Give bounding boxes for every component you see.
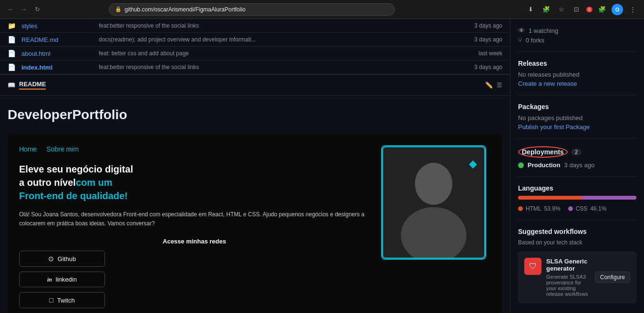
css-percent: 46.1%: [590, 205, 606, 212]
html-bar: [518, 196, 582, 200]
html-percent: 53.9%: [544, 205, 561, 212]
workflow-card: 🛡 SLSA Generic generator Generate SLSA3 …: [518, 252, 636, 303]
back-button[interactable]: ←: [6, 5, 15, 14]
puzzle-icon[interactable]: 🧩: [596, 4, 608, 15]
forward-button[interactable]: →: [19, 5, 29, 14]
nav-home[interactable]: Home: [19, 145, 37, 153]
css-label: CSS: [576, 205, 588, 212]
forks-count: 0 forks: [526, 37, 544, 44]
portfolio-buttons: ⊙ Github in linkedin □ Twitch: [19, 251, 105, 308]
portfolio-right: ◆: [381, 145, 491, 308]
commit-message: feat:better responsive of the social lin…: [99, 22, 468, 29]
file-icon: 📄: [8, 50, 16, 57]
list-icon[interactable]: ☰: [497, 81, 502, 89]
watching-stat: 👁 1 watching: [518, 27, 636, 34]
readme-header: 📖 README ✏️ ☰: [0, 74, 510, 96]
commit-time: 3 days ago: [474, 64, 502, 71]
extensions-icon[interactable]: 🧩: [540, 4, 552, 15]
commit-message: feat:better responsive of the social lin…: [99, 64, 468, 71]
star-icon[interactable]: ☆: [556, 4, 567, 15]
linkedin-icon: in: [47, 277, 52, 283]
publish-package-link[interactable]: Publish your first Package: [518, 123, 590, 131]
releases-section: Releases No releases published Create a …: [518, 51, 636, 87]
linkedin-button[interactable]: in linkedin: [19, 272, 105, 287]
download-icon[interactable]: ⬇: [525, 4, 537, 15]
main-layout: 📁 styles feat:better responsive of the s…: [0, 19, 644, 313]
workflow-name: SLSA Generic generator: [546, 258, 590, 272]
table-row[interactable]: 📄 about.html feat: better css and add ab…: [0, 47, 510, 61]
slsa-icon: 🛡: [524, 258, 541, 275]
menu-icon[interactable]: ⋮: [627, 4, 638, 15]
workflow-description: Generate SLSA3 provenance for your exist…: [546, 274, 590, 297]
portfolio-cta: Acesse minhas redes: [19, 238, 370, 245]
table-row[interactable]: 📁 styles feat:better responsive of the s…: [0, 19, 510, 33]
readme-actions: ✏️ ☰: [485, 81, 502, 89]
refresh-button[interactable]: ↻: [32, 5, 42, 14]
deployment-time: 3 days ago: [564, 162, 595, 169]
twitch-button[interactable]: □ Twitch: [19, 292, 105, 308]
svg-point-1: [415, 163, 453, 205]
fork-icon: ⑂: [518, 36, 522, 44]
book-icon: 📖: [8, 81, 15, 89]
workflow-info: SLSA Generic generator Generate SLSA3 pr…: [546, 258, 590, 297]
css-legend-item: CSS 46.1%: [568, 205, 607, 212]
portfolio-nav: Home Sobre mim: [19, 145, 370, 153]
url-text: github.com/oscarArismendi/FigmaAluraPort…: [125, 6, 245, 13]
releases-title: Releases: [518, 60, 636, 67]
address-bar[interactable]: 🔒 github.com/oscarArismendi/FigmaAluraPo…: [109, 3, 395, 16]
commit-time: 3 days ago: [474, 36, 502, 43]
file-icon: 📄: [8, 36, 16, 43]
portfolio-heading: Eleve seu negócio digitala outro nívelco…: [19, 162, 370, 202]
language-bar: [518, 196, 636, 200]
deploy-status-dot: [518, 162, 524, 168]
portfolio-title: DeveloperPortfolio: [8, 107, 502, 122]
deployments-circle-border: Deployments: [518, 146, 568, 158]
file-name[interactable]: README.md: [21, 36, 93, 43]
nav-sobre[interactable]: Sobre mim: [46, 145, 79, 153]
packages-section: Packages No packages published Publish y…: [518, 95, 636, 131]
css-bar: [582, 196, 636, 200]
file-name[interactable]: about.html: [21, 50, 93, 57]
html-dot: [518, 206, 523, 211]
packages-title: Packages: [518, 103, 636, 111]
file-name[interactable]: styles: [21, 22, 93, 30]
portfolio-left: Home Sobre mim Eleve seu negócio digital…: [19, 145, 370, 308]
forks-stat: ⑂ 0 forks: [518, 36, 636, 44]
create-release-link[interactable]: Create a new release: [518, 80, 577, 87]
deployments-header: Deployments 2: [518, 146, 636, 158]
eye-icon: 👁: [518, 27, 525, 34]
readme-content: DeveloperPortfolio Home Sobre mim Eleve …: [0, 96, 510, 313]
twitch-icon: □: [49, 296, 53, 304]
languages-section: Languages HTML 53.9% CSS 46.1%: [518, 176, 636, 212]
watching-count: 1 watching: [529, 27, 558, 34]
folder-icon: 📁: [8, 22, 16, 30]
portfolio-image: ◆: [381, 145, 486, 260]
workflows-title: Suggested workflows: [518, 228, 636, 235]
commit-time: 3 days ago: [474, 22, 502, 29]
html-label: HTML: [526, 205, 541, 212]
file-name[interactable]: index.html: [21, 64, 93, 71]
table-row[interactable]: 📄 README.md docs(readme): add project ov…: [0, 33, 510, 47]
deployments-section: Deployments 2 Production 3 days ago: [518, 138, 636, 169]
notification-badge: 5: [586, 7, 592, 12]
no-packages-text: No packages published: [518, 114, 636, 121]
workflows-section: Suggested workflows Based on your tech s…: [518, 220, 636, 303]
language-legend: HTML 53.9% CSS 46.1%: [518, 205, 636, 212]
sidebar: 👁 1 watching ⑂ 0 forks Releases No relea…: [510, 19, 644, 313]
profile-avatar[interactable]: O: [612, 4, 623, 15]
content-area: 📁 styles feat:better responsive of the s…: [0, 19, 510, 313]
deployment-item: Production 3 days ago: [518, 162, 636, 169]
file-icon: 📄: [8, 63, 16, 71]
edit-icon[interactable]: ✏️: [485, 81, 493, 89]
portfolio-description: Olá! Sou Joana Santos, desenvolvedora Fr…: [19, 210, 370, 228]
workflows-subtitle: Based on your tech stack: [518, 239, 636, 246]
no-releases-text: No releases published: [518, 71, 636, 78]
configure-button[interactable]: Configure: [595, 272, 630, 283]
tab-icon[interactable]: ⊡: [571, 4, 582, 15]
github-button[interactable]: ⊙ Github: [19, 251, 105, 267]
browser-chrome: ← → ↻ 🔒 github.com/oscarArismendi/FigmaA…: [0, 0, 644, 19]
deployment-name: Production: [528, 162, 561, 169]
commit-message: docs(readme): add project overview and d…: [99, 36, 468, 43]
table-row[interactable]: 📄 index.html feat:better responsive of t…: [0, 61, 510, 74]
deployments-count: 2: [571, 149, 581, 155]
